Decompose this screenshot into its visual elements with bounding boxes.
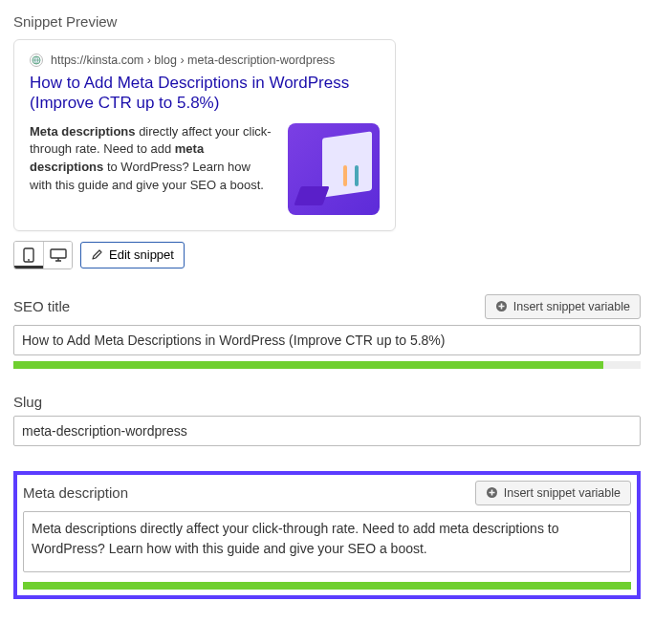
preview-description: Meta descriptions directly affect your c… — [30, 123, 274, 195]
insert-variable-button-meta-desc[interactable]: Insert snippet variable — [475, 481, 631, 505]
svg-rect-3 — [51, 249, 66, 258]
insert-variable-label: Insert snippet variable — [504, 486, 621, 500]
meta-description-input[interactable] — [23, 511, 631, 572]
device-toggle — [13, 241, 73, 269]
slug-input[interactable] — [13, 416, 641, 446]
meta-description-progress-bar — [23, 582, 631, 590]
preview-url-row: https://kinsta.com › blog › meta-descrip… — [30, 54, 380, 67]
desktop-view-button[interactable] — [43, 242, 72, 268]
pencil-icon — [91, 248, 103, 261]
meta-description-highlight: Meta description Insert snippet variable — [13, 471, 641, 599]
svg-point-2 — [28, 259, 30, 261]
preview-title: How to Add Meta Descriptions in WordPres… — [30, 73, 380, 114]
meta-description-block: Meta description Insert snippet variable — [23, 481, 631, 590]
insert-variable-button-seo-title[interactable]: Insert snippet variable — [485, 294, 641, 319]
meta-description-label: Meta description — [23, 484, 128, 501]
mobile-view-button[interactable] — [14, 242, 43, 268]
seo-title-block: SEO title Insert snippet variable — [13, 294, 641, 369]
preview-url: https://kinsta.com › blog › meta-descrip… — [51, 54, 335, 67]
preview-toolbar: Edit snippet — [13, 241, 641, 269]
plus-circle-icon — [495, 300, 508, 312]
plus-circle-icon — [486, 486, 498, 499]
slug-label: Slug — [13, 394, 641, 410]
seo-title-label: SEO title — [13, 298, 70, 314]
insert-variable-label: Insert snippet variable — [513, 300, 630, 313]
seo-title-progress-bar — [13, 361, 603, 369]
globe-icon — [30, 54, 43, 67]
preview-thumbnail — [288, 123, 380, 215]
seo-title-progress — [13, 361, 641, 369]
snippet-preview-card: https://kinsta.com › blog › meta-descrip… — [13, 39, 396, 231]
meta-description-progress — [23, 582, 631, 590]
edit-snippet-button[interactable]: Edit snippet — [80, 242, 185, 268]
seo-title-input[interactable] — [13, 325, 641, 355]
mobile-icon — [23, 247, 34, 263]
edit-snippet-label: Edit snippet — [109, 247, 174, 262]
desktop-icon — [50, 248, 67, 262]
snippet-preview-heading: Snippet Preview — [13, 13, 641, 30]
slug-block: Slug — [13, 394, 641, 446]
